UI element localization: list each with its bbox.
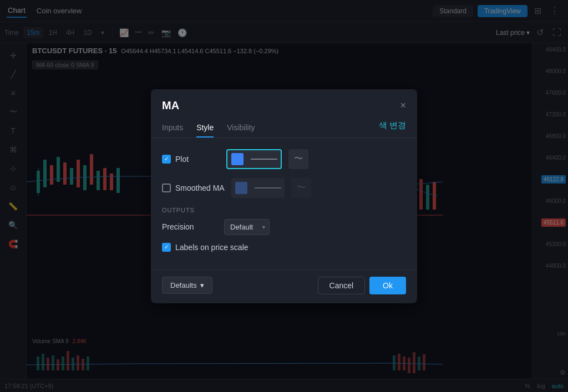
plot-row-wrapper: Plot 〜 bbox=[162, 149, 406, 169]
plot-label: Plot bbox=[175, 155, 220, 164]
plot-color-swatch[interactable] bbox=[227, 149, 247, 169]
smoothed-checkbox-wrapper: Smoothed MA bbox=[162, 184, 225, 192]
plot-checkbox-wrapper: Plot bbox=[162, 155, 220, 164]
modal-close-button[interactable]: × bbox=[400, 100, 406, 110]
plot-row: Plot 〜 bbox=[162, 149, 406, 169]
modal-title: MA bbox=[162, 99, 179, 112]
tab-visibility[interactable]: Visibility bbox=[227, 119, 255, 138]
defaults-label: Defaults bbox=[170, 281, 197, 289]
modal-header: MA × bbox=[151, 89, 417, 112]
tab-inputs[interactable]: Inputs bbox=[162, 119, 183, 138]
smoothed-checkbox[interactable] bbox=[162, 184, 171, 192]
defaults-arrow-icon: ▾ bbox=[200, 281, 204, 289]
precision-label: Precision bbox=[162, 222, 217, 231]
tab-style[interactable]: Style bbox=[196, 119, 214, 138]
footer-right: Cancel Ok bbox=[318, 277, 406, 294]
plot-checkbox[interactable] bbox=[162, 155, 171, 164]
precision-row: Precision Default 0 1 2 3 4 ▾ bbox=[162, 219, 406, 235]
modal-body: Plot 〜 bbox=[151, 138, 417, 269]
smoothed-label: Smoothed MA bbox=[175, 184, 225, 192]
plot-wave-button[interactable]: 〜 bbox=[288, 149, 308, 169]
labels-row: Labels on price scale bbox=[162, 243, 406, 252]
smoothed-color-swatch[interactable] bbox=[231, 178, 251, 198]
labels-checkbox[interactable] bbox=[162, 243, 171, 252]
modal-overlay: MA × Inputs Style Visibility 색 변경 Plot bbox=[0, 0, 568, 392]
outputs-section-label: OUTPUTS bbox=[162, 207, 406, 213]
plot-line-dash bbox=[251, 159, 277, 160]
plot-swatch-color bbox=[231, 153, 244, 165]
plot-color-line-box[interactable] bbox=[226, 149, 282, 169]
modal-tabs: Inputs Style Visibility 색 변경 bbox=[151, 119, 417, 138]
modal-footer: Defaults ▾ Cancel Ok bbox=[151, 269, 417, 303]
smoothed-line-dash bbox=[255, 187, 281, 189]
ma-settings-modal: MA × Inputs Style Visibility 색 변경 Plot bbox=[151, 89, 417, 303]
footer-left: Defaults ▾ bbox=[162, 277, 212, 294]
smoothed-line-preview bbox=[251, 178, 285, 198]
labels-label: Labels on price scale bbox=[175, 243, 248, 252]
precision-select[interactable]: Default 0 1 2 3 4 bbox=[224, 219, 270, 235]
defaults-button[interactable]: Defaults ▾ bbox=[162, 277, 212, 294]
smoothed-swatch-color bbox=[235, 182, 247, 194]
ok-button[interactable]: Ok bbox=[369, 277, 406, 294]
precision-select-wrapper: Default 0 1 2 3 4 ▾ bbox=[224, 219, 270, 235]
color-change-label: 색 변경 bbox=[379, 120, 406, 135]
smoothed-wave-button[interactable]: 〜 bbox=[291, 178, 311, 198]
cancel-button[interactable]: Cancel bbox=[318, 277, 366, 294]
smoothed-color-line-box[interactable] bbox=[231, 178, 285, 198]
smoothed-row: Smoothed MA 〜 bbox=[162, 178, 406, 198]
plot-line-preview bbox=[247, 149, 281, 169]
